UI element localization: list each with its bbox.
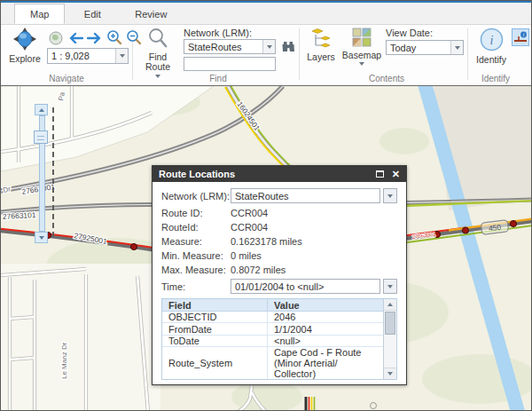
dialog-field-row: Max. Measure: 0.8072 miles (161, 263, 397, 277)
table-scrollbar[interactable] (383, 299, 396, 379)
view-date-label: View Date: (386, 28, 433, 38)
scrollbar-thumb[interactable] (385, 312, 395, 335)
field-cell: Route_System (162, 358, 267, 368)
tab-review[interactable]: Review (120, 4, 182, 23)
route-locations-dialog: Route Locations ✕ Network (LRM): StateRo… (152, 165, 407, 385)
identify-label: Identify (476, 55, 506, 65)
explore-label: Explore (9, 54, 41, 64)
street-name-label: Dr (3, 185, 12, 194)
find-route-label: Find Route (145, 52, 170, 72)
value-cell: <null> (267, 336, 383, 346)
layers-label: Layers (307, 52, 335, 62)
view-date-combo[interactable]: Today (386, 40, 464, 55)
dialog-field-row: Min. Measure: 0 miles (161, 249, 397, 263)
chevron-down-icon[interactable] (115, 49, 128, 63)
chevron-down-icon (359, 62, 364, 66)
time-label: Time: (161, 281, 231, 292)
dialog-field-row: Measure: 0.1623178 miles (161, 234, 397, 249)
table-row: ToDate <null> (162, 336, 383, 347)
field-column-header: Field (162, 300, 267, 311)
map-scale-combo[interactable]: 1 : 9,028 (47, 48, 129, 64)
find-route-button[interactable]: Find Route (137, 28, 178, 78)
street-name-label: Le Manz Dr (60, 342, 68, 379)
maximize-icon[interactable] (376, 170, 384, 178)
route-id-value: CCR004 (231, 208, 268, 218)
contents-group-label: Contents (338, 74, 435, 83)
identify-info-icon: i (480, 28, 504, 53)
binoculars-icon[interactable] (279, 38, 297, 56)
route-shield: 450 (481, 220, 508, 235)
value-column-header: Value (267, 299, 383, 311)
chevron-down-icon[interactable] (383, 188, 397, 203)
basemap-label: Basemap (342, 51, 381, 60)
basemap-icon (352, 28, 372, 49)
table-row: Route_System Cape Cod - F Route (Minor A… (162, 347, 383, 379)
scroll-up-icon[interactable] (384, 299, 396, 311)
chevron-down-icon[interactable] (262, 40, 275, 53)
map-scale-value: 1 : 9,028 (48, 51, 115, 61)
map-view[interactable]: 450 27663001 27663101 27925001 16024501 … (1, 85, 532, 411)
find-route-magnifier-icon (147, 28, 168, 51)
network-lrm-value: StateRoutes (184, 42, 262, 52)
tab-edit[interactable]: Edit (69, 4, 116, 23)
ribbon-tab-bar: Map Edit Review (1, 3, 531, 25)
field-cell: FromDate (162, 324, 267, 335)
table-header-row: Field Value (162, 299, 383, 312)
zoom-in-icon[interactable] (106, 28, 123, 46)
chevron-down-icon[interactable] (450, 41, 463, 54)
identify-group-label: Identify (462, 74, 529, 83)
explore-compass-icon (13, 28, 36, 52)
field-cell: OBJECTID (162, 312, 267, 322)
network-lrm-combo[interactable]: StateRoutes (184, 39, 276, 54)
navigate-group-label: Navigate (13, 74, 120, 83)
layers-icon (310, 28, 332, 51)
next-extent-arrow-icon[interactable] (86, 29, 104, 47)
find-group-label: Find (169, 74, 267, 83)
measure-value: 0.1623178 miles (231, 236, 302, 247)
table-row: FromDate 1/1/2004 (162, 323, 383, 335)
scroll-down-icon[interactable] (384, 368, 396, 379)
route-id-label: Route ID: (161, 208, 231, 218)
dialog-field-row: Route ID: CCR004 (161, 206, 397, 220)
application-window: Map Edit Review Explore (0, 0, 532, 411)
dialog-network-combo[interactable]: StateRoutes (231, 188, 380, 203)
chevron-down-icon (155, 75, 160, 78)
min-measure-value: 0 miles (231, 250, 262, 261)
value-cell: Cape Cod - F Route (Minor Arterial/ Coll… (267, 347, 383, 379)
identify-button[interactable]: i Identify (473, 28, 510, 65)
previous-extent-arrow-icon[interactable] (66, 29, 84, 47)
route-label: 27663101 (3, 210, 37, 221)
group-separator (467, 28, 468, 80)
zoom-slider-up-button[interactable] (35, 104, 48, 115)
measure-label: Measure: (161, 236, 231, 247)
value-cell: 2046 (267, 312, 383, 322)
layers-button[interactable]: Layers (304, 28, 338, 62)
dialog-title-bar[interactable]: Route Locations ✕ (153, 166, 406, 182)
time-combo[interactable]: 01/01/2004 to <null> (231, 279, 380, 294)
field-cell: ToDate (162, 336, 267, 346)
dialog-field-row: RouteId: CCR004 (161, 220, 397, 234)
routeid-label: RouteId: (161, 222, 231, 233)
table-row: OBJECTID 2046 (162, 312, 383, 323)
tab-map[interactable]: Map (14, 4, 65, 24)
basemap-button[interactable]: Basemap (341, 28, 382, 66)
routeid-value: CCR004 (231, 222, 268, 233)
max-measure-value: 0.8072 miles (231, 265, 286, 275)
route-label: 16024501 (235, 99, 262, 132)
zoom-slider-down-button[interactable] (35, 232, 48, 243)
explore-button[interactable]: Explore (4, 28, 45, 64)
view-date-value: Today (387, 43, 450, 53)
identify-route-locations-tool[interactable]: i (512, 28, 529, 46)
group-separator (299, 28, 300, 80)
network-lrm-label: Network (LRM): (184, 28, 252, 38)
zoom-slider-ticks (52, 107, 54, 237)
value-cell: 1/1/2004 (267, 323, 383, 334)
full-extent-globe-icon[interactable] (47, 29, 65, 47)
zoom-slider-handle[interactable] (34, 130, 48, 144)
close-icon[interactable]: ✕ (392, 170, 400, 179)
route-value-input[interactable] (184, 57, 276, 71)
min-measure-label: Min. Measure: (161, 250, 231, 261)
scrollbar-track[interactable] (384, 336, 396, 368)
chevron-down-icon[interactable] (383, 279, 397, 294)
svg-text:i: i (489, 34, 493, 47)
